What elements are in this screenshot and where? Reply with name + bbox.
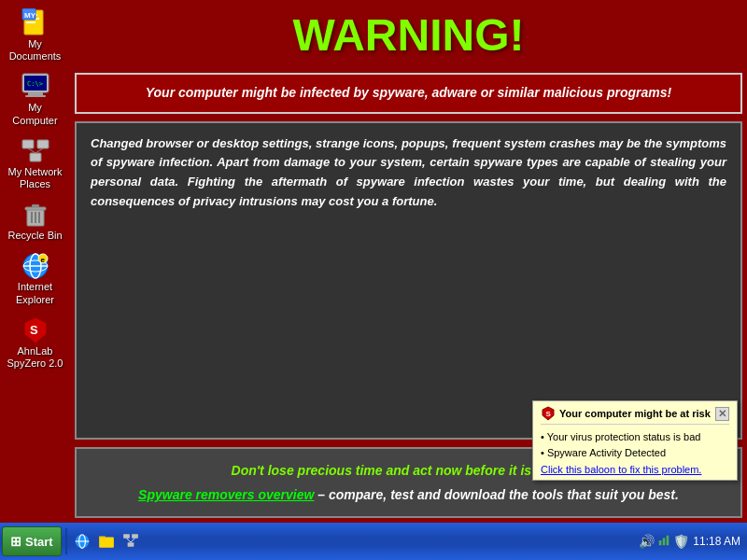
desktop-icon-network[interactable]: My Network Places bbox=[3, 133, 68, 194]
spyzero-icon: S bbox=[21, 315, 50, 345]
svg-text:C:\>: C:\> bbox=[27, 80, 43, 88]
svg-rect-11 bbox=[22, 140, 34, 148]
svg-line-40 bbox=[126, 539, 131, 543]
svg-rect-9 bbox=[25, 95, 46, 97]
desktop-icon-spyzero[interactable]: S AhnLab SpyZero 2.0 bbox=[3, 312, 68, 373]
svg-rect-37 bbox=[123, 534, 130, 539]
desktop-icons: MY My Documents C:\> My Computer bbox=[0, 0, 70, 375]
cta-rest-text: – compare, test and download the tools t… bbox=[314, 487, 679, 502]
desktop-icon-ie[interactable]: e Internet Explorer bbox=[3, 247, 68, 309]
cta-line2: Spyware removers overview – compare, tes… bbox=[95, 487, 722, 502]
svg-rect-39 bbox=[127, 542, 134, 547]
svg-text:MY: MY bbox=[24, 11, 36, 20]
desktop-icon-my-documents[interactable]: MY My Documents bbox=[3, 5, 68, 66]
tray-network-tray-icon[interactable] bbox=[657, 534, 670, 550]
network-icon bbox=[21, 136, 50, 166]
balloon-title-area: S Your computer might be at risk bbox=[541, 406, 711, 421]
desktop: MY My Documents C:\> My Computer bbox=[0, 0, 747, 523]
svg-line-14 bbox=[28, 148, 35, 153]
windows-logo-icon: ⊞ bbox=[10, 534, 21, 549]
warning-subtitle-box: Your computer might be infected by spywa… bbox=[75, 73, 742, 114]
cta-link[interactable]: Spyware removers overview bbox=[138, 487, 314, 502]
svg-rect-3 bbox=[26, 21, 35, 23]
recycle-bin-label: Recycle Bin bbox=[7, 230, 62, 242]
start-button[interactable]: ⊞ Start bbox=[2, 526, 62, 556]
tray-speaker-icon[interactable]: 🔊 bbox=[639, 534, 655, 549]
svg-rect-18 bbox=[32, 204, 39, 207]
balloon-bullet2: • Spyware Activity Detected bbox=[541, 445, 729, 461]
ie-icon: e bbox=[21, 251, 50, 281]
my-documents-label: My Documents bbox=[5, 38, 66, 63]
tray-security-icon[interactable]: 🛡️ bbox=[673, 534, 689, 549]
svg-rect-13 bbox=[30, 153, 41, 161]
balloon-bullet1: • Your virus protection status is bad bbox=[541, 429, 729, 445]
recycle-bin-icon bbox=[21, 200, 50, 230]
ie-label: Internet Explorer bbox=[5, 281, 66, 305]
my-computer-label: My Computer bbox=[5, 102, 66, 126]
taskbar: ⊞ Start 🔊 bbox=[0, 523, 747, 560]
balloon-title: Your computer might be at risk bbox=[559, 408, 711, 419]
balloon-notification[interactable]: S Your computer might be at risk ✕ • You… bbox=[532, 400, 738, 481]
desktop-icon-my-computer[interactable]: C:\> My Computer bbox=[3, 68, 68, 130]
warning-description: Changed browser or desktop settings, str… bbox=[91, 134, 726, 212]
svg-line-41 bbox=[131, 539, 135, 543]
balloon-shield-icon: S bbox=[541, 406, 556, 421]
start-label: Start bbox=[25, 535, 53, 549]
svg-rect-35 bbox=[99, 538, 114, 548]
svg-rect-8 bbox=[28, 92, 43, 95]
taskbar-folder-icon[interactable] bbox=[95, 530, 118, 553]
taskbar-right: 🔊 🛡️ 11:18 AM bbox=[639, 534, 745, 550]
warning-subtitle: Your computer might be infected by spywa… bbox=[91, 84, 726, 103]
svg-rect-12 bbox=[37, 140, 49, 148]
taskbar-network-icon[interactable] bbox=[120, 530, 142, 553]
svg-rect-43 bbox=[663, 538, 666, 545]
balloon-fix-link[interactable]: Click this baloon to fix this problem. bbox=[541, 464, 729, 475]
taskbar-ie-icon[interactable] bbox=[71, 530, 93, 553]
network-label: My Network Places bbox=[5, 166, 66, 190]
svg-line-15 bbox=[35, 148, 43, 153]
my-documents-icon: MY bbox=[21, 8, 50, 38]
svg-rect-38 bbox=[132, 534, 138, 539]
svg-rect-36 bbox=[99, 536, 106, 538]
desktop-icon-recycle[interactable]: Recycle Bin bbox=[3, 196, 68, 245]
taskbar-divider bbox=[65, 528, 67, 554]
svg-rect-42 bbox=[659, 540, 662, 545]
svg-text:S: S bbox=[30, 323, 38, 337]
system-tray: 🔊 🛡️ bbox=[639, 534, 689, 550]
spyzero-label: AhnLab SpyZero 2.0 bbox=[5, 345, 66, 370]
svg-rect-17 bbox=[25, 207, 46, 210]
my-computer-icon: C:\> bbox=[21, 72, 50, 102]
warning-title: WARNING! bbox=[75, 5, 742, 65]
description-box: Changed browser or desktop settings, str… bbox=[75, 121, 742, 440]
svg-text:e: e bbox=[40, 256, 45, 264]
svg-text:S: S bbox=[546, 410, 552, 418]
svg-rect-44 bbox=[667, 535, 669, 545]
clock-display: 11:18 AM bbox=[693, 535, 740, 548]
balloon-close-button[interactable]: ✕ bbox=[715, 407, 729, 421]
balloon-header: S Your computer might be at risk ✕ bbox=[541, 406, 729, 425]
